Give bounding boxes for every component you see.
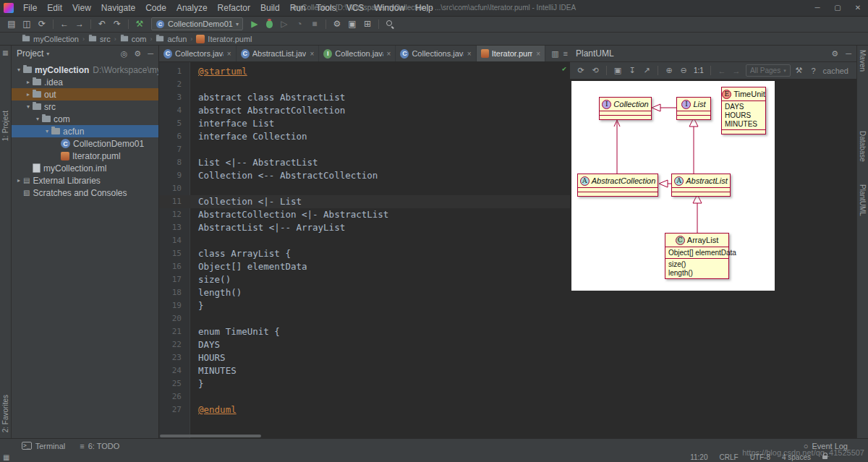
code-line[interactable]: 26 [159, 390, 570, 403]
tool-tab-database[interactable]: Database [859, 131, 867, 162]
tree-collapse-arrow-icon[interactable]: ▸ [24, 91, 33, 98]
uml-class-arraylist[interactable]: C ArrayList Object[] elementData size()l… [665, 233, 729, 279]
tree-collapse-arrow-icon[interactable]: ▸ [14, 177, 23, 184]
wrench-icon[interactable]: ⚒ [793, 66, 806, 75]
save-diagram-icon[interactable]: ↧ [626, 66, 639, 75]
code-line[interactable]: 23HOURS [159, 351, 570, 364]
zoom-actual-size-button[interactable]: 1:1 [692, 67, 706, 74]
page-select[interactable]: All Pages ▾ [746, 64, 791, 77]
editor-hscrollbar[interactable] [160, 435, 261, 437]
code-line[interactable]: 7 [159, 143, 570, 156]
menu-run[interactable]: Run [285, 0, 311, 16]
tree-expand-arrow-icon[interactable]: ▾ [24, 103, 33, 110]
menu-code[interactable]: Code [140, 0, 171, 16]
code-line[interactable]: 11Collection <|- List [159, 195, 570, 208]
tree-expand-arrow-icon[interactable]: ▾ [43, 128, 51, 134]
close-tab-icon[interactable]: × [387, 50, 391, 58]
code-line[interactable]: 20 [159, 312, 570, 325]
help-icon[interactable]: ? [807, 67, 820, 75]
tree-expand-arrow-icon[interactable]: ▾ [33, 116, 42, 122]
tool-window-icon[interactable]: ▦ [2, 49, 9, 56]
minimize-button[interactable]: ─ [807, 0, 827, 16]
tree-row-collectiondemo01[interactable]: CCollectionDemo01 [12, 137, 158, 150]
code-line[interactable]: 3abstract class AbstractList [159, 91, 570, 104]
settings-gear-icon[interactable]: ⚙ [330, 17, 344, 31]
code-line[interactable]: 18length() [159, 286, 570, 299]
forward-icon[interactable]: → [72, 17, 87, 31]
code-line[interactable]: 17size() [159, 273, 570, 286]
menu-tools[interactable]: Tools [311, 0, 341, 16]
zoom-out-icon[interactable]: ⊖ [677, 66, 690, 75]
tab-iterator.puml[interactable]: Iterator.puml× [477, 46, 545, 61]
code-line[interactable]: 8List <|-- AbstractList [159, 156, 570, 169]
zoom-in-icon[interactable]: ⊕ [663, 66, 676, 75]
uml-class-list[interactable]: I List [676, 97, 711, 120]
tab-list-icon[interactable]: ≡ [563, 49, 568, 58]
tree-row-out[interactable]: ▸out [12, 88, 158, 100]
project-structure-icon[interactable]: ▣ [345, 17, 359, 31]
diagram-canvas[interactable]: Collection --> I [571, 81, 775, 291]
tab-collectors.java[interactable]: CCollectors.java× [159, 46, 237, 61]
build-hammer-icon[interactable]: ⚒ [132, 17, 147, 31]
tool-tab-todo[interactable]: ≡ 6: TODO [80, 442, 119, 450]
tree-row-mycollection.iml[interactable]: myCollection.iml [12, 162, 158, 174]
menu-vcs[interactable]: VCS [341, 0, 370, 16]
menu-build[interactable]: Build [255, 0, 285, 16]
stop-icon[interactable]: ■ [307, 17, 322, 31]
menu-refactor[interactable]: Refactor [213, 0, 255, 16]
close-tab-icon[interactable]: × [467, 50, 472, 58]
tree-collapse-arrow-icon[interactable]: ▸ [24, 79, 33, 85]
profiler-icon[interactable]: ◔ [292, 17, 307, 31]
menu-view[interactable]: View [67, 0, 96, 16]
close-tab-icon[interactable]: × [227, 50, 231, 58]
search-everywhere-icon[interactable] [386, 20, 395, 29]
run-configuration-select[interactable]: C CollectionDemo01 ▾ [151, 17, 243, 30]
code-line[interactable]: 1@startuml [159, 65, 570, 78]
tree-expand-arrow-icon[interactable]: ▾ [14, 67, 23, 73]
code-line[interactable]: 4abstract AbstractCollection [159, 104, 570, 117]
tree-row-external libraries[interactable]: ▸▤External Libraries [12, 174, 158, 187]
split-editor-icon[interactable]: ▥ [551, 49, 558, 59]
code-line[interactable]: 15class ArrayList { [159, 247, 570, 260]
save-all-icon[interactable]: ◫ [20, 17, 34, 31]
code-line[interactable]: 5interface List [159, 117, 570, 130]
uml-class-abstractlist[interactable]: A AbstractList [671, 174, 731, 197]
menu-help[interactable]: Help [410, 0, 438, 16]
tool-tab-terminal[interactable]: >_ Terminal [22, 442, 65, 450]
code-line[interactable]: 10 [159, 182, 570, 195]
code-line[interactable]: 13AbstractList <|-- ArrayList [159, 221, 570, 234]
code-line[interactable]: 14 [159, 234, 570, 247]
line-separator-indicator[interactable]: CRLF [720, 453, 739, 461]
code-line[interactable]: 2 [159, 78, 570, 91]
panel-settings-gear-icon[interactable]: ⚙ [831, 49, 838, 59]
tool-tab-favorites[interactable]: 2: Favorites [1, 395, 9, 432]
uml-enum-timeunit[interactable]: E TimeUnit DAYSHOURSMINUTES [721, 87, 766, 134]
tree-row-.idea[interactable]: ▸.idea [12, 76, 158, 88]
redo-icon[interactable]: ↷ [110, 17, 124, 31]
copy-diagram-icon[interactable]: ▣ [611, 66, 624, 75]
undo-icon[interactable]: ↶ [95, 17, 109, 31]
back-icon[interactable]: ← [57, 17, 72, 31]
menu-navigate[interactable]: Navigate [96, 0, 140, 16]
menu-file[interactable]: File [18, 0, 42, 16]
breadcrumb-item[interactable]: acfun [156, 35, 187, 43]
prev-page-icon[interactable]: ← [715, 67, 728, 75]
tree-row-src[interactable]: ▾src [12, 100, 158, 113]
breadcrumb-item[interactable]: Iterator.puml [196, 35, 252, 43]
panel-settings-gear-icon[interactable]: ⚙ [134, 49, 141, 59]
hide-panel-icon[interactable]: ─ [148, 49, 153, 59]
tab-collections.java[interactable]: CCollections.java× [396, 46, 476, 61]
export-diagram-icon[interactable]: ↗ [640, 66, 653, 75]
uml-class-collection[interactable]: I Collection [599, 97, 652, 120]
tool-tab-project[interactable]: 1: Project [1, 111, 9, 141]
code-line[interactable]: 24MINUTES [159, 364, 570, 377]
tree-row-acfun[interactable]: ▾acfun [12, 125, 158, 137]
tool-tab-maven[interactable]: Maven [859, 50, 867, 72]
menu-analyze[interactable]: Analyze [171, 0, 213, 16]
open-icon[interactable]: ▤ [4, 17, 19, 31]
tab-collection.java[interactable]: ICollection.java× [319, 46, 396, 61]
close-button[interactable]: ✕ [848, 0, 868, 16]
close-tab-icon[interactable]: × [310, 50, 314, 58]
menu-window[interactable]: Window [369, 0, 410, 16]
code-line[interactable]: 21enum TimeUnit { [159, 325, 570, 338]
